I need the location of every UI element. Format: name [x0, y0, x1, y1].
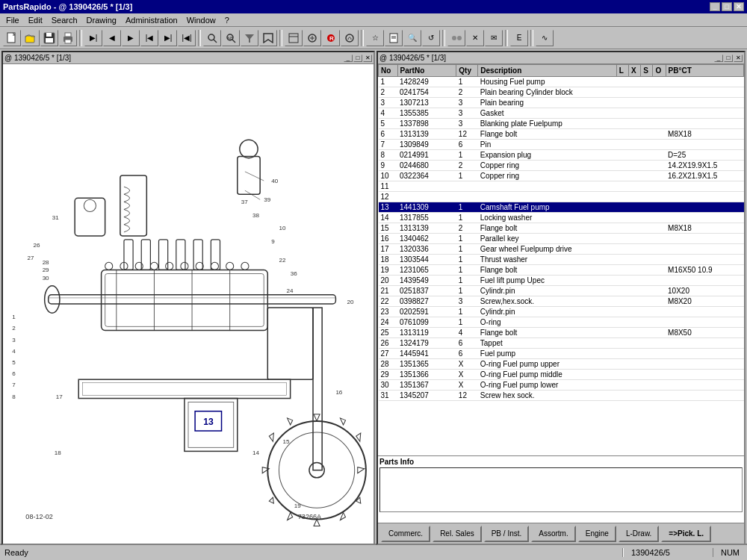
table-row[interactable]: 2613241796Tappet	[379, 338, 744, 349]
rel-sales-button[interactable]: Rel. Sales	[433, 526, 482, 542]
table-cell: 6	[456, 140, 478, 150]
table-row[interactable]: 114282491Housing Fuel pump	[379, 77, 744, 87]
toolbar-search2[interactable]: AB	[222, 30, 240, 46]
menu-window[interactable]: Window	[182, 14, 220, 26]
toolbar-search3[interactable]: 🔍	[403, 30, 421, 46]
table-row[interactable]: 202417542Plain bearing Cylinder block	[379, 87, 744, 98]
toolbar-sep-3	[279, 30, 282, 46]
pick-l-button[interactable]: =>Pick. L.	[661, 526, 711, 542]
table-cell	[666, 77, 743, 87]
left-close-button[interactable]: ✕	[363, 55, 372, 62]
toolbar-nav3[interactable]: ▶	[122, 30, 140, 46]
table-cell: 1	[456, 307, 478, 317]
table-row[interactable]: 281351365XO-ring Fuel pump upper	[379, 359, 744, 370]
menu-file[interactable]: File	[1, 14, 24, 26]
table-row[interactable]: 291351366XO-ring Fuel pump middle	[379, 370, 744, 380]
header-part: PartNo	[397, 65, 456, 77]
table-cell	[616, 140, 628, 150]
table-row[interactable]: 31134520712Screw hex sock.	[379, 391, 744, 401]
table-row[interactable]: 1314413091Camshaft Fuel pump	[379, 202, 744, 213]
table-row[interactable]: 2302025911Cylindr.pin	[379, 307, 744, 317]
table-row[interactable]: 713098496Pin	[379, 140, 744, 150]
toolbar-wave[interactable]: ∿	[536, 30, 554, 46]
toolbar-refresh[interactable]: ↺	[422, 30, 440, 46]
toolbar-search1[interactable]	[203, 30, 221, 46]
maximize-button[interactable]: □	[722, 2, 732, 11]
table-cell	[629, 87, 641, 98]
toolbar-nav2[interactable]: ◀	[103, 30, 121, 46]
menu-administration[interactable]: Administration	[121, 14, 182, 26]
table-row[interactable]: 1713203361Gear wheel Fuelpump drive	[379, 244, 744, 255]
table-row[interactable]: 802149911Expansion plugD=25	[379, 150, 744, 161]
parts-table-wrapper[interactable]: No PartNo Qty Description L X S O PB°CT …	[378, 64, 744, 455]
toolbar-filter[interactable]	[241, 30, 258, 46]
toolbar-grid[interactable]	[447, 30, 465, 46]
table-row[interactable]: 2102518371Cylindr.pin10X20	[379, 286, 744, 296]
toolbar-E[interactable]: E	[510, 30, 528, 46]
close-button[interactable]: ✕	[734, 2, 744, 11]
toolbar-new[interactable]	[3, 30, 21, 46]
assortm-button[interactable]: Assortm.	[531, 526, 575, 542]
table-cell	[666, 192, 743, 202]
toolbar-bookmark[interactable]	[259, 30, 277, 46]
toolbar-mail[interactable]: ✉	[485, 30, 503, 46]
toolbar-extra4[interactable]	[341, 30, 359, 46]
toolbar-doc[interactable]	[385, 30, 403, 46]
menu-drawing[interactable]: Drawing	[82, 14, 121, 26]
table-row[interactable]: 1613404621Parallel key	[379, 234, 744, 244]
left-min-button[interactable]: _	[344, 55, 353, 62]
table-row[interactable]: 1413178551Locking washer	[379, 213, 744, 223]
toolbar-x-btn[interactable]: ✕	[466, 30, 484, 46]
menu-help[interactable]: ?	[220, 14, 234, 26]
right-close-button[interactable]: ✕	[734, 55, 743, 62]
table-row[interactable]: 1513131392Flange boltM8X18	[379, 223, 744, 234]
table-cell: 1351366	[397, 370, 456, 380]
table-cell	[641, 255, 653, 265]
table-row[interactable]: 2014395491Fuel lift pump Upec	[379, 276, 744, 286]
table-row[interactable]: 2513131194Flange boltM8X50	[379, 328, 744, 338]
table-cell	[616, 77, 628, 87]
right-min-button[interactable]: _	[714, 55, 723, 62]
engine-button[interactable]: Engine	[578, 526, 616, 542]
table-row[interactable]: 413553853Gasket	[379, 108, 744, 119]
table-cell	[397, 181, 456, 192]
table-row[interactable]: 1813035441Thrust washer	[379, 255, 744, 265]
table-cell: 1351365	[397, 359, 456, 370]
toolbar-nav6[interactable]: |◀|	[178, 30, 196, 46]
right-max-button[interactable]: □	[724, 55, 733, 62]
toolbar-nav5[interactable]: ▶|	[159, 30, 177, 46]
svg-text:24: 24	[287, 287, 294, 294]
toolbar-nav4[interactable]: |◀	[140, 30, 158, 46]
left-max-button[interactable]: □	[353, 55, 362, 62]
table-row[interactable]: 513378983Blanking plate Fuelpump	[379, 119, 744, 129]
pb-inst-button[interactable]: PB / Inst.	[484, 526, 530, 542]
toolbar-extra2[interactable]	[303, 30, 321, 46]
l-draw-button[interactable]: L-Draw.	[619, 526, 659, 542]
menu-edit[interactable]: Edit	[24, 14, 47, 26]
commerce-button[interactable]: Commerc.	[381, 526, 430, 542]
table-cell	[641, 338, 653, 349]
toolbar-star[interactable]: ☆	[366, 30, 384, 46]
minimize-button[interactable]: _	[710, 2, 720, 11]
main-content: @ 1390426/5 * [1/3] _ □ ✕	[0, 49, 747, 544]
table-row[interactable]: 2714459416Fuel pump	[379, 349, 744, 359]
table-row[interactable]: 12	[379, 192, 744, 202]
table-row[interactable]: 11	[379, 181, 744, 192]
menu-search[interactable]: Search	[47, 14, 82, 26]
toolbar-print[interactable]	[59, 30, 77, 46]
table-row[interactable]: 2407610991O-ring	[379, 317, 744, 328]
table-row[interactable]: 301351367XO-ring Fuel pump lower	[379, 380, 744, 391]
table-row[interactable]: 313072133Plain bearing	[379, 98, 744, 108]
toolbar-save[interactable]	[40, 30, 58, 46]
table-row[interactable]: 902446802Copper ring14.2X19.9X1.5	[379, 161, 744, 171]
table-row[interactable]: 2203988273Screw,hex.sock.M8X20	[379, 296, 744, 307]
table-cell	[629, 223, 641, 234]
table-cell	[641, 77, 653, 87]
table-row[interactable]: 6131313912Flange boltM8X18	[379, 129, 744, 140]
toolbar-extra1[interactable]	[285, 30, 303, 46]
toolbar-open[interactable]	[22, 30, 40, 46]
table-row[interactable]: 1003223641Copper ring16.2X21.9X1.5	[379, 171, 744, 181]
table-row[interactable]: 1912310651Flange boltM16X50 10.9	[379, 265, 744, 276]
toolbar-extra3[interactable]: R	[322, 30, 340, 46]
toolbar-nav1[interactable]: ▶|	[84, 30, 102, 46]
